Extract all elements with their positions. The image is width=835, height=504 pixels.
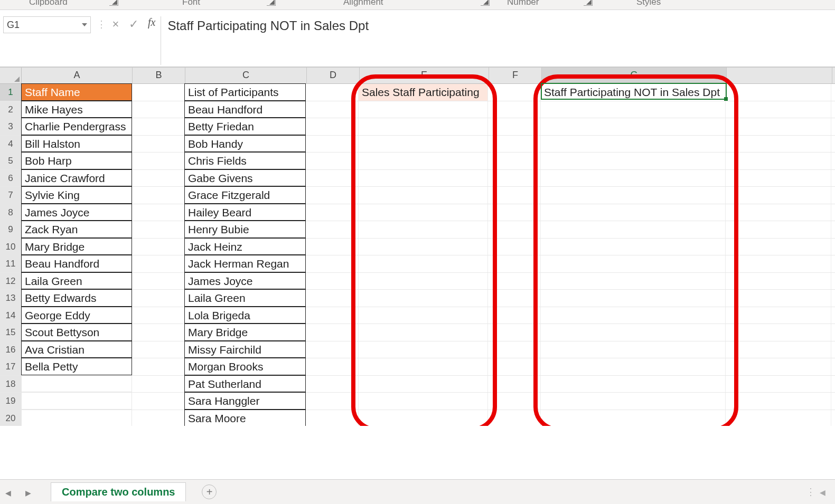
ribbon-group-labels: Clipboard Font Alignment Number Styles xyxy=(0,0,835,9)
name-box[interactable]: G1 xyxy=(3,16,91,33)
cell-C19[interactable]: Sara Hanggler xyxy=(184,392,306,410)
cell-A12[interactable]: Laila Green xyxy=(21,272,132,290)
row-header-7[interactable]: 7 xyxy=(0,187,22,204)
cell-A8[interactable]: James Joyce xyxy=(21,204,132,221)
cell-C6[interactable]: Gabe Givens xyxy=(184,169,306,187)
tab-nav-right-icon[interactable] xyxy=(25,487,35,497)
cell-A13[interactable]: Betty Edwards xyxy=(21,289,132,307)
cell-A4[interactable]: Bill Halston xyxy=(21,135,132,153)
cell-A10[interactable]: Mary Bridge xyxy=(21,238,132,255)
font-launcher-icon[interactable] xyxy=(267,0,276,6)
col-header-A[interactable]: A xyxy=(22,68,133,83)
cell-A5[interactable]: Bob Harp xyxy=(21,152,132,169)
cancel-icon[interactable]: × xyxy=(107,16,125,32)
cell-C3[interactable]: Betty Friedan xyxy=(184,118,306,135)
cell-C11[interactable]: Jack Herman Regan xyxy=(184,255,306,272)
row-header-12[interactable]: 12 xyxy=(0,273,22,290)
row-17: 17Bella PettyMorgan Brooks xyxy=(0,358,835,376)
col-header-F[interactable]: F xyxy=(489,68,542,83)
add-sheet-button[interactable] xyxy=(202,484,217,499)
row-20: 20Sara Moore xyxy=(0,410,835,426)
cell-C5[interactable]: Chris Fields xyxy=(184,152,306,169)
col-header-H[interactable] xyxy=(727,68,832,83)
tab-nav-left-icon[interactable] xyxy=(5,487,15,497)
cell-B1[interactable] xyxy=(132,84,185,101)
cell-A7[interactable]: Sylvie King xyxy=(21,186,132,204)
row-4: 4Bill HalstonBob Handy xyxy=(0,136,835,153)
sheet-tab-bar: Compare two columns ⋮ xyxy=(0,479,835,504)
row-header-11[interactable]: 11 xyxy=(0,255,22,272)
cell-A6[interactable]: Janice Crawford xyxy=(21,169,132,187)
sheet-tab-active[interactable]: Compare two columns xyxy=(51,482,186,501)
cell-C1[interactable]: List of Participants xyxy=(184,83,306,101)
cell-C10[interactable]: Jack Heinz xyxy=(184,238,306,255)
row-header-19[interactable]: 19 xyxy=(0,393,22,410)
row-6: 6Janice CrawfordGabe Givens xyxy=(0,170,835,187)
cell-A11[interactable]: Beau Handford xyxy=(21,255,132,272)
cell-C2[interactable]: Beau Handford xyxy=(184,101,306,118)
formula-input[interactable]: Staff Participating NOT in Sales Dpt xyxy=(161,16,835,65)
cell-A17[interactable]: Bella Petty xyxy=(21,358,132,375)
cell-C18[interactable]: Pat Sutherland xyxy=(184,375,306,393)
cell-C9[interactable]: Henry Bubie xyxy=(184,221,306,238)
row-header-8[interactable]: 8 xyxy=(0,204,22,221)
row-8: 8James JoyceHailey Beard xyxy=(0,204,835,222)
chevron-down-icon xyxy=(82,23,87,26)
row-header-18[interactable]: 18 xyxy=(0,376,22,393)
row-9: 9Zack RyanHenry Bubie xyxy=(0,221,835,239)
clipboard-launcher-icon[interactable] xyxy=(109,0,118,6)
row-header-9[interactable]: 9 xyxy=(0,221,22,238)
row-10: 10Mary BridgeJack Heinz xyxy=(0,239,835,256)
cell-C7[interactable]: Grace Fitzgerald xyxy=(184,186,306,204)
cell-A15[interactable]: Scout Bettyson xyxy=(21,324,132,341)
cell-A1[interactable]: Staff Name xyxy=(21,83,132,101)
cell-F1[interactable] xyxy=(488,84,541,101)
cell-C17[interactable]: Morgan Brooks xyxy=(184,358,306,375)
row-header-14[interactable]: 14 xyxy=(0,307,22,324)
cell-C15[interactable]: Mary Bridge xyxy=(184,324,306,341)
col-header-E[interactable]: E xyxy=(360,68,489,83)
number-launcher-icon[interactable] xyxy=(584,0,593,6)
cell-C12[interactable]: James Joyce xyxy=(184,272,306,290)
alignment-launcher-icon[interactable] xyxy=(481,0,490,6)
row-header-3[interactable]: 3 xyxy=(0,118,22,135)
horizontal-scroll-hint[interactable]: ⋮ xyxy=(806,486,825,498)
row-header-10[interactable]: 10 xyxy=(0,239,22,255)
row-header-13[interactable]: 13 xyxy=(0,290,22,307)
cell-C13[interactable]: Laila Green xyxy=(184,289,306,307)
cell-C8[interactable]: Hailey Beard xyxy=(184,204,306,221)
cell-A16[interactable]: Ava Cristian xyxy=(21,341,132,358)
enter-icon[interactable] xyxy=(125,16,143,32)
col-header-C[interactable]: C xyxy=(185,68,307,83)
cell-C20[interactable]: Sara Moore xyxy=(184,410,306,426)
col-header-G[interactable]: G xyxy=(542,68,727,83)
cell-A2[interactable]: Mike Hayes xyxy=(21,101,132,118)
row-header-20[interactable]: 20 xyxy=(0,410,22,426)
cell-C14[interactable]: Lola Brigeda xyxy=(184,307,306,324)
ribbon-group-styles: Styles xyxy=(636,0,661,7)
row-header-2[interactable]: 2 xyxy=(0,101,22,118)
row-header-1[interactable]: 1 xyxy=(0,84,22,101)
cell-A9[interactable]: Zack Ryan xyxy=(21,221,132,238)
row-13: 13Betty EdwardsLaila Green xyxy=(0,290,835,307)
cell-A14[interactable]: George Eddy xyxy=(21,307,132,324)
row-header-4[interactable]: 4 xyxy=(0,136,22,153)
col-header-D[interactable]: D xyxy=(307,68,360,83)
col-header-B[interactable]: B xyxy=(133,68,185,83)
cell-G1[interactable]: Staff Participating NOT in Sales Dpt xyxy=(541,84,726,101)
row-header-6[interactable]: 6 xyxy=(0,170,22,187)
column-headers: A B C D E F G xyxy=(0,67,835,84)
row-header-15[interactable]: 15 xyxy=(0,324,22,341)
cell-C16[interactable]: Missy Fairchild xyxy=(184,341,306,358)
cell-C4[interactable]: Bob Handy xyxy=(184,135,306,153)
fx-icon[interactable]: fx xyxy=(148,16,155,28)
grip-icon: ⋮ xyxy=(806,486,814,498)
select-all-triangle[interactable] xyxy=(0,68,22,83)
cell-D1[interactable] xyxy=(306,84,359,101)
row-header-5[interactable]: 5 xyxy=(0,153,22,169)
cell-A3[interactable]: Charlie Pendergrass xyxy=(21,118,132,135)
cell-H1[interactable] xyxy=(726,84,831,101)
row-header-16[interactable]: 16 xyxy=(0,341,22,358)
cell-E1[interactable]: Sales Staff Participating xyxy=(359,84,488,101)
row-header-17[interactable]: 17 xyxy=(0,358,22,375)
